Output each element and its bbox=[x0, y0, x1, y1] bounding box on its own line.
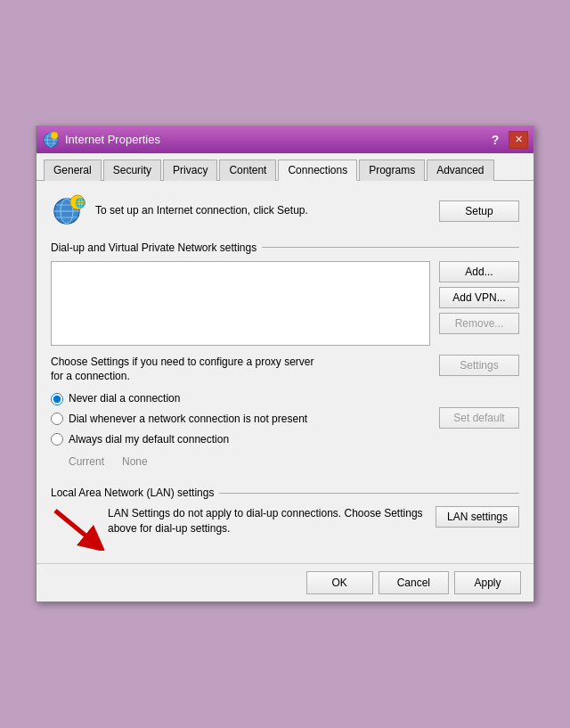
lan-section: Local Area Network (LAN) settings LAN Se… bbox=[51, 487, 519, 551]
tab-programs[interactable]: Programs bbox=[359, 160, 425, 181]
setup-button[interactable]: Setup bbox=[439, 200, 519, 222]
settings-button[interactable]: Settings bbox=[439, 355, 519, 376]
title-bar-controls: ? ✕ bbox=[485, 131, 528, 149]
window-title: Internet Properties bbox=[65, 133, 160, 146]
vpn-list bbox=[51, 261, 430, 346]
radio-always: Always dial my default connection bbox=[51, 432, 318, 447]
footer-bar: OK Cancel Apply bbox=[37, 563, 533, 601]
vpn-area: Add... Add VPN... Remove... bbox=[51, 261, 519, 346]
svg-text:🌐: 🌐 bbox=[75, 197, 86, 209]
add-vpn-button[interactable]: Add VPN... bbox=[439, 287, 519, 308]
radio-group: Never dial a connection Dial whenever a … bbox=[51, 391, 318, 446]
tab-security[interactable]: Security bbox=[103, 160, 161, 181]
radio-whenever-input[interactable] bbox=[51, 413, 63, 425]
help-button[interactable]: ? bbox=[485, 131, 505, 149]
settings-buttons: Settings Set default bbox=[439, 355, 519, 429]
vpn-section-header: Dial-up and Virtual Private Network sett… bbox=[51, 241, 519, 254]
lan-section-header: Local Area Network (LAN) settings bbox=[51, 487, 519, 499]
add-button[interactable]: Add... bbox=[439, 261, 519, 282]
app-icon bbox=[42, 131, 60, 149]
svg-point-5 bbox=[51, 132, 58, 139]
apply-button[interactable]: Apply bbox=[454, 571, 521, 594]
settings-row: Choose Settings if you need to configure… bbox=[51, 355, 519, 479]
remove-button[interactable]: Remove... bbox=[439, 313, 519, 334]
radio-whenever: Dial whenever a network connection is no… bbox=[51, 412, 318, 427]
setup-text: To set up an Internet connection, click … bbox=[95, 203, 308, 218]
main-content: 🌐 To set up an Internet connection, clic… bbox=[37, 181, 533, 564]
red-arrow-icon bbox=[51, 506, 104, 551]
radio-never: Never dial a connection bbox=[51, 391, 318, 406]
radio-always-input[interactable] bbox=[51, 433, 63, 446]
tab-content[interactable]: Content bbox=[219, 160, 276, 181]
proxy-description: Choose Settings if you need to configure… bbox=[51, 355, 318, 479]
tab-connections[interactable]: Connections bbox=[278, 160, 357, 181]
current-row: Current None bbox=[69, 454, 318, 470]
tab-advanced[interactable]: Advanced bbox=[427, 160, 493, 181]
setup-row: 🌐 To set up an Internet connection, clic… bbox=[51, 193, 519, 229]
vpn-buttons: Add... Add VPN... Remove... bbox=[439, 261, 519, 346]
set-default-button[interactable]: Set default bbox=[439, 407, 519, 429]
lan-content: LAN Settings do not apply to dial-up con… bbox=[51, 506, 519, 551]
cancel-button[interactable]: Cancel bbox=[379, 571, 449, 594]
lan-settings-button[interactable]: LAN settings bbox=[436, 506, 519, 528]
ok-button[interactable]: OK bbox=[306, 571, 373, 594]
tab-privacy[interactable]: Privacy bbox=[163, 160, 217, 181]
tab-general[interactable]: General bbox=[44, 160, 102, 181]
radio-never-input[interactable] bbox=[51, 393, 63, 405]
svg-line-14 bbox=[55, 511, 95, 544]
lan-description: LAN Settings do not apply to dial-up con… bbox=[108, 506, 427, 536]
title-bar-left: Internet Properties bbox=[42, 131, 160, 149]
internet-properties-window: Internet Properties ? ✕ General Security… bbox=[36, 126, 534, 603]
title-bar: Internet Properties ? ✕ bbox=[37, 127, 533, 153]
globe-icon: 🌐 bbox=[51, 193, 86, 229]
close-button[interactable]: ✕ bbox=[509, 131, 528, 149]
tab-bar: General Security Privacy Content Connect… bbox=[37, 153, 533, 181]
setup-left: 🌐 To set up an Internet connection, clic… bbox=[51, 193, 308, 229]
